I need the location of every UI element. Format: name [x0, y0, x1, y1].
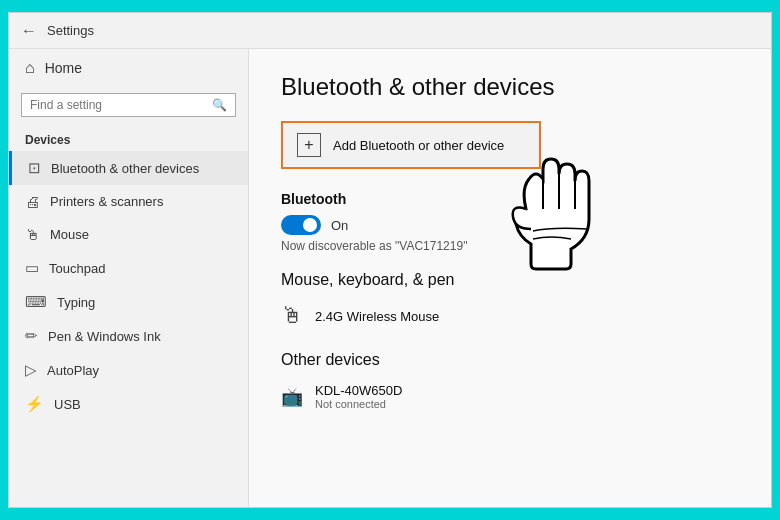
sidebar-item-autoplay-label: AutoPlay — [47, 363, 99, 378]
sidebar-item-usb[interactable]: ⚡ USB — [9, 387, 248, 421]
home-icon: ⌂ — [25, 59, 35, 77]
mouse-section-title: Mouse, keyboard, & pen — [281, 271, 739, 289]
printers-icon: 🖨 — [25, 193, 40, 210]
sidebar-item-autoplay[interactable]: ▷ AutoPlay — [9, 353, 248, 387]
add-device-button[interactable]: + Add Bluetooth or other device — [281, 121, 541, 169]
sidebar-item-printers-label: Printers & scanners — [50, 194, 163, 209]
mouse-device-name: 2.4G Wireless Mouse — [315, 309, 439, 324]
add-device-label: Add Bluetooth or other device — [333, 138, 504, 153]
mouse-section: Mouse, keyboard, & pen 🖱 2.4G Wireless M… — [281, 271, 739, 333]
sidebar-item-pen[interactable]: ✏ Pen & Windows Ink — [9, 319, 248, 353]
sidebar-home[interactable]: ⌂ Home — [9, 49, 248, 87]
bluetooth-toggle-label: On — [331, 218, 348, 233]
sidebar-item-typing-label: Typing — [57, 295, 95, 310]
sidebar-item-typing[interactable]: ⌨ Typing — [9, 285, 248, 319]
touchpad-icon: ▭ — [25, 259, 39, 277]
tv-device-info: KDL-40W650D Not connected — [315, 383, 402, 410]
page-title: Bluetooth & other devices — [281, 73, 739, 101]
sidebar-item-pen-label: Pen & Windows Ink — [48, 329, 161, 344]
sidebar-item-printers[interactable]: 🖨 Printers & scanners — [9, 185, 248, 218]
device-row-tv: 📺 KDL-40W650D Not connected — [281, 379, 739, 414]
discoverable-text: Now discoverable as "VAC171219" — [281, 239, 739, 253]
typing-icon: ⌨ — [25, 293, 47, 311]
sidebar-home-label: Home — [45, 60, 82, 76]
mouse-device-info: 2.4G Wireless Mouse — [315, 309, 439, 324]
search-input[interactable] — [30, 98, 212, 112]
sidebar-item-bluetooth[interactable]: ⊡ Bluetooth & other devices — [9, 151, 248, 185]
sidebar-item-usb-label: USB — [54, 397, 81, 412]
tv-device-icon: 📺 — [281, 386, 303, 408]
sidebar-item-mouse-label: Mouse — [50, 227, 89, 242]
window: ← Settings ⌂ Home 🔍 Devices ⊡ Bluetooth … — [8, 12, 772, 508]
toggle-knob — [303, 218, 317, 232]
sidebar-section-header: Devices — [9, 127, 248, 151]
sidebar: ⌂ Home 🔍 Devices ⊡ Bluetooth & other dev… — [9, 49, 249, 507]
sidebar-item-touchpad[interactable]: ▭ Touchpad — [9, 251, 248, 285]
bottom-bar — [0, 508, 780, 520]
bluetooth-toggle-row: On — [281, 215, 739, 235]
sidebar-item-mouse[interactable]: 🖱 Mouse — [9, 218, 248, 251]
usb-icon: ⚡ — [25, 395, 44, 413]
search-box[interactable]: 🔍 — [21, 93, 236, 117]
bluetooth-toggle[interactable] — [281, 215, 321, 235]
mouse-device-icon: 🖱 — [281, 303, 303, 329]
pen-icon: ✏ — [25, 327, 38, 345]
other-section: Other devices 📺 KDL-40W650D Not connecte… — [281, 351, 739, 414]
sidebar-item-touchpad-label: Touchpad — [49, 261, 105, 276]
main-content: Bluetooth & other devices + Add Bluetoot… — [249, 49, 771, 507]
back-button[interactable]: ← — [21, 22, 37, 40]
sidebar-item-bluetooth-label: Bluetooth & other devices — [51, 161, 199, 176]
title-bar: ← Settings — [9, 13, 771, 49]
search-icon: 🔍 — [212, 98, 227, 112]
tv-device-status: Not connected — [315, 398, 402, 410]
bluetooth-icon: ⊡ — [28, 159, 41, 177]
content-area: ⌂ Home 🔍 Devices ⊡ Bluetooth & other dev… — [9, 49, 771, 507]
mouse-icon: 🖱 — [25, 226, 40, 243]
other-section-title: Other devices — [281, 351, 739, 369]
window-title: Settings — [47, 23, 94, 38]
tv-device-name: KDL-40W650D — [315, 383, 402, 398]
bluetooth-section-label: Bluetooth — [281, 191, 739, 207]
plus-icon: + — [297, 133, 321, 157]
top-bar — [0, 0, 780, 12]
autoplay-icon: ▷ — [25, 361, 37, 379]
device-row-mouse: 🖱 2.4G Wireless Mouse — [281, 299, 739, 333]
